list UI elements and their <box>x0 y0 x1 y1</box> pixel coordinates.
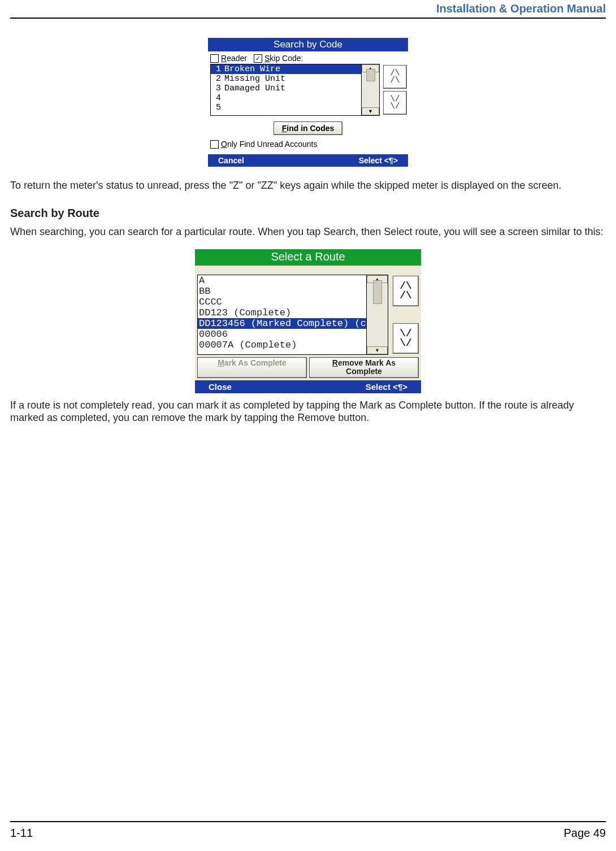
double-down-button[interactable]: \/\/ <box>383 91 407 115</box>
list-item[interactable]: 3Damaged Unit <box>211 84 361 93</box>
page-footer: 1-11 Page 49 <box>10 817 606 840</box>
dialog-title: Select a Route <box>195 249 421 266</box>
list-item[interactable]: 00007A (Complete) <box>198 340 366 350</box>
code-listbox[interactable]: 1Broken Wire 2Missing Unit 3Damaged Unit… <box>210 64 362 116</box>
route-listbox[interactable]: A BB CCCC DD123 (Complete) DD123456 (Mar… <box>197 275 367 355</box>
select-route-dialog: Select a Route A BB CCCC DD123 (Complete… <box>195 249 421 393</box>
section-heading: Search by Route <box>10 207 606 220</box>
find-in-codes-button[interactable]: Find in Codes <box>274 121 343 135</box>
header-rule <box>10 18 606 19</box>
document-header: Installation & Operation Manual <box>10 0 606 18</box>
paragraph: If a route is not completely read, you c… <box>10 399 606 424</box>
footer-rule <box>10 821 606 822</box>
select-button[interactable]: Select <¶> <box>359 156 398 165</box>
remove-mark-button[interactable]: Remove Mark AsComplete <box>309 357 419 378</box>
dialog-title: Search by Code <box>208 38 408 51</box>
list-item[interactable]: 00006 <box>198 329 366 340</box>
list-item[interactable]: DD123456 (Marked Complete) (cur <box>198 318 366 329</box>
double-up-button[interactable]: /\/\ <box>383 65 407 89</box>
skip-label: Skip Code: <box>264 54 303 63</box>
page-number: Page 49 <box>563 827 606 840</box>
scrollbar[interactable]: ▲ ▼ <box>362 64 380 116</box>
cancel-button[interactable]: Cancel <box>218 156 244 165</box>
only-unread-checkbox[interactable]: Only Find Unread Accounts <box>210 140 317 149</box>
close-button[interactable]: Close <box>209 382 232 392</box>
scrollbar[interactable]: ▲ ▼ <box>367 275 388 355</box>
mark-complete-button[interactable]: Mark As Complete <box>197 357 307 378</box>
paragraph: To return the meter's status to unread, … <box>10 179 606 192</box>
checkbox-icon <box>210 54 219 63</box>
section-number: 1-11 <box>10 827 33 840</box>
scroll-down-icon[interactable]: ▼ <box>367 346 388 354</box>
list-item[interactable]: 1Broken Wire <box>211 64 361 74</box>
scroll-down-icon[interactable]: ▼ <box>362 107 379 115</box>
skip-code-checkbox[interactable]: ✓ Skip Code: <box>254 54 303 63</box>
checkbox-icon: ✓ <box>254 54 262 63</box>
list-item[interactable]: BB <box>198 286 366 297</box>
scroll-thumb[interactable] <box>373 280 382 304</box>
list-item[interactable]: A <box>198 275 366 286</box>
double-up-button[interactable]: /\/\ <box>393 276 419 306</box>
select-button[interactable]: Select <¶> <box>366 382 407 392</box>
list-item[interactable]: 2Missing Unit <box>211 74 361 84</box>
list-item[interactable]: DD123 (Complete) <box>198 307 366 318</box>
checkbox-icon <box>210 140 219 149</box>
reader-checkbox[interactable]: Reader <box>210 54 247 63</box>
only-unread-label: Only Find Unread Accounts <box>221 140 317 149</box>
double-down-button[interactable]: \/\/ <box>393 323 419 354</box>
scroll-thumb[interactable] <box>366 69 375 81</box>
list-item[interactable]: 4 <box>211 93 361 103</box>
reader-label: Reader <box>221 54 247 63</box>
list-item[interactable]: CCCC <box>198 297 366 307</box>
search-by-code-dialog: Search by Code Reader ✓ Skip Code: 1Brok… <box>208 38 408 167</box>
list-item[interactable]: 5 <box>211 103 361 112</box>
paragraph: When searching, you can search for a par… <box>10 225 606 238</box>
